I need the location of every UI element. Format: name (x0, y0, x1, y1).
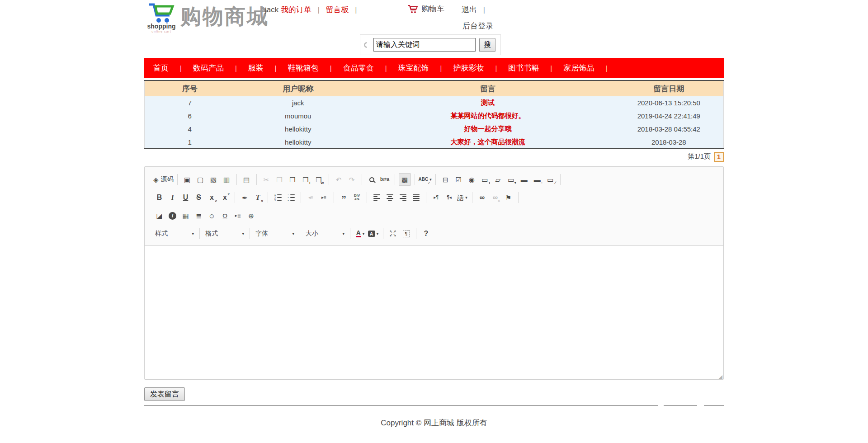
format-combo[interactable]: 格式▾ (203, 228, 246, 240)
horizontal-rule-button[interactable]: ≣ (193, 209, 205, 222)
paste-text-sub: T (309, 181, 311, 185)
textarea-button[interactable]: ▱ (492, 173, 504, 186)
paste-button[interactable]: ❒ (287, 173, 299, 186)
find-button[interactable] (366, 173, 378, 186)
column-header-0: 序号 (145, 80, 235, 96)
spell-check-button[interactable]: ABC✓▾ (419, 173, 432, 186)
numbered-list-button[interactable]: 123 (272, 191, 284, 204)
unlink-button[interactable]: ∞✕ (489, 191, 501, 204)
my-orders-link[interactable]: 我的订单 (281, 5, 311, 14)
smiley-button[interactable]: ☺ (206, 209, 218, 222)
copy-formatting-button[interactable]: ✒ (239, 191, 251, 204)
size-combo[interactable]: 大小▾ (303, 228, 347, 240)
text-field-button[interactable]: ▭I (479, 173, 491, 186)
subscript-button[interactable]: x2 (206, 191, 218, 204)
toolbar-separator (362, 174, 362, 185)
styles-combo[interactable]: 样式▾ (153, 228, 196, 240)
image-button-sub: ◦ (541, 181, 542, 185)
page-break-button[interactable]: ▸≣ (232, 209, 244, 222)
bidi-ltr-button[interactable]: ▸¶ (430, 191, 442, 204)
submit-message-button[interactable]: 发表留言 (144, 387, 185, 401)
remove-format-button[interactable]: Tx (252, 191, 264, 204)
save-button[interactable]: ▣ (181, 173, 193, 186)
strike-button[interactable]: S (193, 191, 205, 204)
align-left-button[interactable] (371, 191, 383, 204)
nav-item-0[interactable]: 首页 (153, 63, 169, 73)
blockquote-button[interactable]: ” (338, 191, 350, 204)
logout-link[interactable]: 退出 (462, 5, 477, 14)
iframe-button[interactable]: ⊕ (245, 209, 257, 222)
search-button[interactable]: 搜 (479, 38, 495, 52)
align-justify-button[interactable] (410, 191, 422, 204)
cart-link[interactable]: 购物车 (407, 4, 444, 14)
paste-word-button[interactable]: ❒W (313, 173, 325, 186)
nav-item-2[interactable]: 服装 (248, 63, 264, 73)
bulleted-list-button[interactable]: ••• (285, 191, 297, 204)
source-button[interactable]: ◈源码 (153, 173, 174, 186)
text-color-button[interactable]: A▾ (354, 227, 366, 240)
font-combo[interactable]: 字体▾ (253, 228, 297, 240)
nav-separator: | (440, 64, 442, 72)
bg-color-icon: A (368, 231, 375, 237)
spell-check-sub: ✓ (428, 181, 431, 185)
nav-item-5[interactable]: 珠宝配饰 (398, 63, 429, 73)
italic-button[interactable]: I (166, 191, 179, 204)
bold-button[interactable]: B (153, 191, 165, 204)
site-logo[interactable]: shopping online cart 购物商城 (147, 2, 269, 33)
show-blocks-button[interactable]: ¶ (400, 227, 412, 240)
editor-content-area[interactable] (145, 246, 723, 371)
nav-item-3[interactable]: 鞋靴箱包 (288, 63, 319, 73)
about-button[interactable]: ? (420, 227, 432, 240)
table-head: 序号用户昵称留言留言日期 (145, 80, 724, 96)
bidi-rtl-button[interactable]: ¶◂ (443, 191, 455, 204)
maximize-button[interactable]: ↖↗↙↘ (387, 227, 399, 240)
superscript-button[interactable]: x2 (219, 191, 231, 204)
image-button-button[interactable]: ▬◦ (531, 173, 543, 186)
flash-button[interactable]: f (166, 209, 179, 222)
indent-button[interactable]: ▸≡ (318, 191, 330, 204)
undo-button[interactable]: ↶ (333, 173, 345, 186)
checkbox-button[interactable]: ☑ (453, 173, 465, 186)
select-all-button[interactable]: ▩ (399, 173, 411, 186)
message-board-link[interactable]: 留言板 (326, 5, 349, 14)
radio-button-button[interactable]: ◉ (466, 173, 478, 186)
form-button-button[interactable]: ▬ (518, 173, 530, 186)
language-icon: 話 (457, 194, 464, 201)
toolbar-separator (435, 174, 436, 185)
copy-button[interactable]: ❐ (274, 173, 286, 186)
nav-item-8[interactable]: 家居饰品 (563, 63, 594, 73)
preview-button[interactable]: ▧ (208, 173, 220, 186)
page-number-button[interactable]: 1 (714, 152, 724, 162)
search-input[interactable] (373, 38, 476, 52)
hidden-field-button[interactable]: ▭∕ (544, 173, 557, 186)
nav-item-7[interactable]: 图书书籍 (508, 63, 539, 73)
cut-button[interactable]: ✂ (260, 173, 273, 186)
site-header: shopping online cart 购物商城 jack 我的订单 | 留言… (144, 0, 724, 57)
table-button[interactable]: ▦ (179, 209, 192, 222)
link-button[interactable]: ∞ (476, 191, 488, 204)
resize-grip-icon[interactable]: ◢ (719, 374, 722, 379)
select-field-button[interactable]: ▭▾ (505, 173, 517, 186)
header-row: 序号用户昵称留言留言日期 (145, 80, 724, 96)
language-button[interactable]: 話▾ (456, 191, 468, 204)
nav-item-6[interactable]: 护肤彩妆 (453, 63, 484, 73)
nav-item-4[interactable]: 食品零食 (343, 63, 374, 73)
bg-color-button[interactable]: A▾ (367, 227, 379, 240)
replace-button[interactable]: b⇄a (379, 173, 391, 186)
special-char-button[interactable]: Ω (219, 209, 231, 222)
align-right-button[interactable] (397, 191, 409, 204)
outdent-button[interactable]: ◂≡ (305, 191, 317, 204)
print-button[interactable]: ▥ (221, 173, 233, 186)
templates-button[interactable]: ▤ (241, 173, 253, 186)
nav-item-1[interactable]: 数码产品 (193, 63, 224, 73)
create-div-button[interactable]: DIV</> (351, 191, 363, 204)
paste-text-button[interactable]: ❒T (300, 173, 312, 186)
form-button[interactable]: ⊟ (439, 173, 452, 186)
anchor-button[interactable]: ⚑ (502, 191, 514, 204)
underline-button[interactable]: U (179, 191, 192, 204)
image-button[interactable]: ◪ (153, 209, 165, 222)
redo-button[interactable]: ↷ (346, 173, 358, 186)
new-page-button[interactable]: ▢ (194, 173, 207, 186)
align-center-button[interactable] (384, 191, 396, 204)
admin-login-link[interactable]: 后台登录 (462, 21, 493, 31)
